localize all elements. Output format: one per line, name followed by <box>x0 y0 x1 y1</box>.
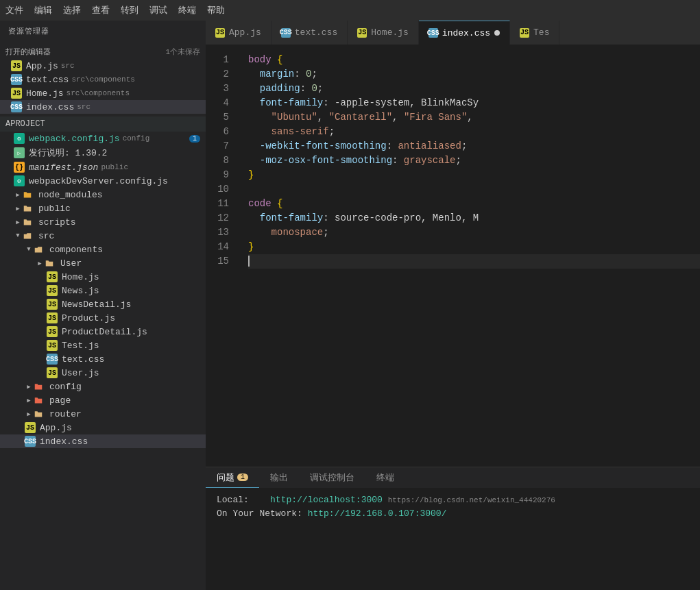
page-name: page <box>49 395 71 406</box>
tab-textcss[interactable]: CSS text.css <box>271 21 348 45</box>
text-css-name: text.css <box>62 354 104 365</box>
tab-homejs[interactable]: JS Home.js <box>348 21 419 45</box>
tab-js-icon: JS <box>520 28 529 38</box>
tree-src-app-js[interactable]: JS App.js <box>0 421 206 434</box>
js-icon: JS <box>47 367 58 378</box>
config-name: config <box>49 382 82 392</box>
tab-appjs[interactable]: JS App.js <box>206 21 271 45</box>
code-line-2: margin: 0; <box>248 67 700 82</box>
manifest-name: manifest.json <box>29 162 98 173</box>
panel-tab-output[interactable]: 输出 <box>259 467 299 488</box>
tab-css-icon: CSS <box>281 28 291 38</box>
terminal-network-url: http://192.168.0.107:3000/ <box>308 508 447 519</box>
components-name: components <box>49 245 103 255</box>
css-icon: CSS <box>11 101 22 112</box>
tree-public[interactable]: ▶ public <box>0 201 206 215</box>
js-icon: JS <box>47 285 58 296</box>
chevron-right-icon: ▶ <box>14 204 22 212</box>
tree-src[interactable]: ▼ src <box>0 229 206 243</box>
terminal-line-2: On Your Network: http://192.168.0.107:30… <box>217 507 689 521</box>
terminal-local-url: http://localhost:3000 <box>270 495 383 505</box>
tab-testjs-label: Tes <box>533 27 549 38</box>
tree-router[interactable]: ▶ router <box>0 407 206 421</box>
menu-edit[interactable]: 编辑 <box>34 4 52 16</box>
tree-release-notes[interactable]: ▷ 发行说明: 1.30.2 <box>0 145 206 160</box>
unsaved-badge: 1个未保存 <box>165 47 200 57</box>
folder-open-icon <box>34 244 45 255</box>
folder-icon <box>34 408 45 419</box>
css-icon: CSS <box>11 74 22 85</box>
panel-tab-debug[interactable]: 调试控制台 <box>299 467 365 488</box>
tree-test-js[interactable]: JS Test.js <box>0 339 206 352</box>
open-editors-label: 打开的编辑器 <box>5 47 51 57</box>
project-header: APROJECT <box>0 116 206 132</box>
node-modules-name: node_modules <box>38 190 103 200</box>
webpack-icon: ⚙ <box>14 133 25 144</box>
menu-goto[interactable]: 转到 <box>121 4 138 16</box>
tree-user-js[interactable]: JS User.js <box>0 366 206 380</box>
open-file-textcss[interactable]: CSS text.css src\components <box>0 73 206 86</box>
open-file-path: src\components <box>67 89 130 97</box>
terminal-network-label: On Your Network: <box>217 508 308 519</box>
tree-productdetail-js[interactable]: JS ProductDetail.js <box>0 325 206 339</box>
js-icon: JS <box>47 340 58 351</box>
tree-webpack-dev[interactable]: ⚙ webpackDevServer.config.js <box>0 174 206 188</box>
menu-terminal[interactable]: 终端 <box>178 4 196 16</box>
tree-manifest[interactable]: {} manifest.json public <box>0 160 206 174</box>
js-icon: JS <box>47 299 58 310</box>
open-file-name: Home.js <box>26 88 64 99</box>
src-index-css-name: index.css <box>40 437 88 447</box>
open-file-indexcss[interactable]: CSS index.css src <box>0 100 206 114</box>
tree-node-modules[interactable]: ▶ node_modules <box>0 188 206 201</box>
tree-text-css[interactable]: CSS text.css <box>0 352 206 366</box>
tree-news-js[interactable]: JS News.js <box>0 284 206 297</box>
menu-view[interactable]: 查看 <box>92 4 110 16</box>
tab-testjs[interactable]: JS Tes <box>510 21 559 45</box>
open-file-name: index.css <box>26 102 74 112</box>
src-name: src <box>38 231 54 241</box>
chevron-right-icon: ▶ <box>25 410 33 418</box>
menu-select[interactable]: 选择 <box>63 4 81 16</box>
code-line-13: monospace; <box>248 225 700 240</box>
open-file-appjs[interactable]: JS App.js src <box>0 59 206 73</box>
panel-tab-terminal[interactable]: 终端 <box>365 467 405 488</box>
modified-dot <box>494 30 500 36</box>
tree-newsdetail-js[interactable]: JS NewsDetail.js <box>0 297 206 311</box>
menu-file[interactable]: 文件 <box>5 4 23 16</box>
code-content[interactable]: body { margin: 0; padding: 0; font-famil… <box>240 45 700 467</box>
tree-home-js[interactable]: JS Home.js <box>0 270 206 284</box>
line-num: 9 <box>206 168 229 182</box>
line-num: 2 <box>206 67 229 82</box>
menu-debug[interactable]: 调试 <box>149 4 167 16</box>
tab-indexcss[interactable]: CSS index.css <box>419 21 510 45</box>
tab-appjs-label: App.js <box>229 27 261 38</box>
tree-scripts[interactable]: ▶ scripts <box>0 215 206 229</box>
panel-tab-problems[interactable]: 问题 1 <box>206 467 259 488</box>
js-icon: JS <box>11 88 22 99</box>
tree-product-js[interactable]: JS Product.js <box>0 311 206 325</box>
tree-page[interactable]: ▶ page <box>0 393 206 407</box>
line-num: 12 <box>206 211 229 225</box>
menu-help[interactable]: 帮助 <box>207 4 225 16</box>
terminal-csdn-url: https://blog.csdn.net/weixin_44420276 <box>388 496 555 504</box>
tree-config[interactable]: ▶ config <box>0 380 206 393</box>
line-num: 13 <box>206 225 229 240</box>
tree-src-index-css[interactable]: CSS index.css <box>0 434 206 448</box>
line-numbers: 1 2 3 4 5 6 7 8 9 10 11 12 13 14 15 <box>206 45 240 467</box>
code-line-5: "Ubuntu", "Cantarell", "Fira Sans", <box>248 110 700 125</box>
tree-components[interactable]: ▼ components <box>0 243 206 256</box>
js-icon: JS <box>47 312 58 323</box>
user-js-name: User.js <box>62 368 99 378</box>
tab-js-icon: JS <box>357 28 367 38</box>
tree-webpack-config[interactable]: ⚙ webpack.config.js config 1 <box>0 132 206 145</box>
open-file-path: src\components <box>71 75 134 84</box>
open-file-homejs[interactable]: JS Home.js src\components <box>0 86 206 100</box>
open-file-path: src <box>61 62 75 70</box>
productdetail-js-name: ProductDetail.js <box>62 327 147 337</box>
line-num: 4 <box>206 96 229 110</box>
menu-bar: 文件 编辑 选择 查看 转到 调试 终端 帮助 <box>0 0 700 21</box>
tree-user-folder[interactable]: ▶ User <box>0 256 206 270</box>
src-app-js-name: App.js <box>40 423 72 433</box>
folder-icon <box>23 217 34 228</box>
code-line-11: code { <box>248 197 700 211</box>
